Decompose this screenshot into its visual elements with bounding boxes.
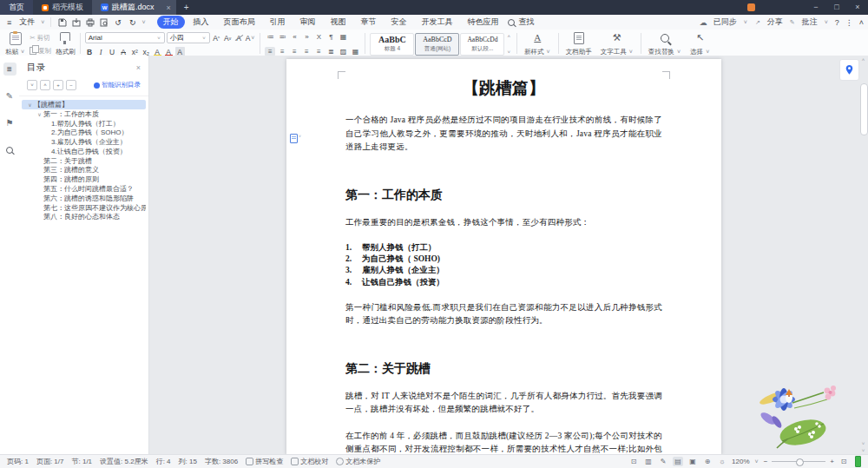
styles-scroll-down-icon[interactable]: ˅: [507, 49, 510, 55]
tab-home[interactable]: 首页: [0, 0, 33, 15]
bookmark-pane-icon[interactable]: ⚑: [3, 116, 16, 129]
toc-item[interactable]: 3.雇别人挣钱（企业主）: [22, 137, 146, 147]
grow-font-button[interactable]: A^: [212, 33, 221, 43]
text-effects-button[interactable]: A˅: [246, 33, 256, 43]
style-heading4[interactable]: AaBbC 标题 4: [370, 33, 414, 56]
sync-status[interactable]: 已同步: [713, 16, 737, 28]
toc-item[interactable]: 第三：跳槽的意义: [22, 166, 146, 175]
multi-page-view-icon[interactable]: ▥: [643, 457, 654, 466]
close-toc-icon[interactable]: ×: [136, 63, 141, 72]
comment-button[interactable]: 批注: [802, 16, 818, 28]
toc-item[interactable]: 第二：关于跳槽: [22, 156, 146, 166]
text-tool-button[interactable]: ⚒ 文字工具 ˅: [596, 31, 638, 57]
fit-page-icon[interactable]: ⊡: [838, 457, 849, 466]
next-page-icon[interactable]: ˅: [859, 448, 867, 453]
style-default-paragraph[interactable]: AaBbCcDd 默认段...: [460, 33, 504, 56]
web-layout-view-icon[interactable]: ▣: [687, 457, 698, 466]
file-menu[interactable]: 文件: [16, 16, 37, 28]
bullet-list-button[interactable]: ≔: [265, 32, 275, 42]
find-replace-button[interactable]: 查找替换 ˅: [644, 31, 686, 57]
quickbar-caret-icon[interactable]: ˅: [141, 19, 146, 25]
tab-docer-templates[interactable]: 稻壳模板: [33, 0, 92, 15]
toc-item[interactable]: 4.让钱自己挣钱（投资）: [22, 147, 146, 156]
ink-edit-icon[interactable]: ✎: [658, 457, 668, 466]
ribbon-tab-home[interactable]: 开始: [157, 16, 185, 29]
toc-item[interactable]: ∨【跳槽篇】: [22, 100, 146, 109]
toc-item[interactable]: 第五：什么时间跳槽最合适？: [22, 184, 146, 194]
sync-caret-icon[interactable]: ˅: [743, 19, 748, 25]
ribbon-tab-security[interactable]: 安全: [385, 16, 413, 29]
font-name-select[interactable]: Arial˅: [85, 32, 165, 43]
scrollbar-thumb[interactable]: [860, 83, 868, 135]
zoom-slider-knob[interactable]: [796, 458, 804, 466]
toc-item[interactable]: ∨第一：工作的本质: [22, 109, 146, 119]
ribbon-tab-special-apps[interactable]: 特色应用: [462, 16, 505, 29]
asian-layout-button[interactable]: X: [313, 32, 324, 42]
print-preview-icon[interactable]: [98, 16, 109, 28]
margin-comment-marker[interactable]: ˅: [290, 134, 301, 143]
shrink-font-button[interactable]: Av: [223, 33, 233, 43]
tab-document[interactable]: W 跳槽篇.docx ×: [92, 0, 176, 15]
ribbon-tab-dev-tools[interactable]: 开发工具: [416, 16, 459, 29]
vertical-scrollbar[interactable]: ˄ ˅ ˅: [859, 57, 867, 453]
spell-check-toggle[interactable]: 拼写检查: [246, 457, 283, 466]
doc-assistant-button[interactable]: 文档助手: [562, 31, 596, 57]
ribbon-tab-review[interactable]: 审阅: [294, 16, 322, 29]
paste-button[interactable]: 粘贴 ˅: [3, 31, 27, 57]
more-options-icon[interactable]: ⋮: [845, 18, 853, 27]
undo-icon[interactable]: ↺: [112, 18, 124, 27]
zoom-slider[interactable]: [772, 461, 825, 462]
export-pdf-icon[interactable]: [70, 16, 82, 28]
close-tab-icon[interactable]: ×: [167, 3, 171, 12]
ribbon-tab-references[interactable]: 引用: [264, 16, 292, 29]
redo-icon[interactable]: ↻: [127, 18, 139, 27]
styles-scroll-up-icon[interactable]: ˄: [507, 34, 510, 39]
ribbon-tab-view[interactable]: 视图: [325, 16, 352, 29]
collapse-ribbon-icon[interactable]: ˄: [859, 18, 864, 27]
toc-item[interactable]: 第七：这些原因不建议作为核心原因...: [22, 203, 146, 213]
new-style-button[interactable]: A 新样式 ˅: [520, 31, 556, 57]
increase-indent-button[interactable]: »: [301, 32, 312, 42]
eye-protection-icon[interactable]: ☼: [717, 457, 727, 466]
save-icon[interactable]: [56, 16, 68, 28]
close-window-button[interactable]: ×: [847, 0, 868, 15]
print-icon[interactable]: [84, 16, 95, 28]
user-avatar[interactable]: [747, 3, 755, 11]
format-painter-button[interactable]: 格式刷: [54, 31, 77, 57]
toc-next-heading-button[interactable]: +: [53, 80, 63, 90]
doc-protection-toggle[interactable]: 文档未保护: [336, 457, 380, 466]
minimize-button[interactable]: −: [806, 0, 826, 15]
find-pane-icon[interactable]: [3, 143, 16, 156]
hamburger-menu-icon[interactable]: ≡: [4, 18, 14, 27]
toc-expand-all-button[interactable]: ˄: [40, 80, 50, 90]
ribbon-tab-page-layout[interactable]: 页面布局: [218, 16, 261, 29]
select-button[interactable]: ↖ 选择 ˅: [686, 31, 714, 57]
ribbon-tab-section[interactable]: 章节: [355, 16, 383, 29]
toc-item[interactable]: 第四：跳槽的原则: [22, 175, 146, 184]
style-normal-web[interactable]: AaBbCcD 普通(网站): [415, 33, 459, 56]
comment-caret-icon[interactable]: ˅: [824, 19, 829, 25]
search-icon[interactable]: [508, 19, 515, 26]
toc-item[interactable]: 第八：良好的心态和体态: [22, 213, 146, 222]
comments-pane-icon[interactable]: ✎: [3, 89, 16, 102]
status-word-count[interactable]: 字数: 3806: [205, 457, 238, 466]
zoom-out-button[interactable]: −: [764, 458, 768, 465]
new-tab-button[interactable]: +: [176, 0, 197, 15]
share-button[interactable]: 分享: [767, 16, 783, 28]
numbered-list-button[interactable]: ≕: [277, 32, 287, 42]
show-marks-button[interactable]: ¶: [326, 32, 336, 42]
restore-button[interactable]: □: [826, 0, 847, 15]
search-label[interactable]: 查找: [519, 16, 535, 28]
table-button[interactable]: ▦: [338, 32, 348, 42]
zoom-level[interactable]: 120%: [732, 458, 749, 465]
copy-button[interactable]: 复制: [30, 47, 51, 56]
toc-collapse-all-button[interactable]: ˅: [27, 80, 37, 90]
doc-proof-toggle[interactable]: 文档校对: [291, 457, 328, 466]
focus-mode-icon[interactable]: ⊕: [702, 457, 713, 466]
toc-prev-heading-button[interactable]: −: [66, 80, 76, 90]
document-position-button[interactable]: [839, 59, 859, 81]
clear-format-button[interactable]: A: [234, 33, 244, 43]
file-menu-caret-icon[interactable]: ˅: [40, 19, 45, 25]
scroll-down-icon[interactable]: ˅: [859, 441, 867, 446]
nav-pane-icon[interactable]: ≡: [3, 63, 16, 76]
